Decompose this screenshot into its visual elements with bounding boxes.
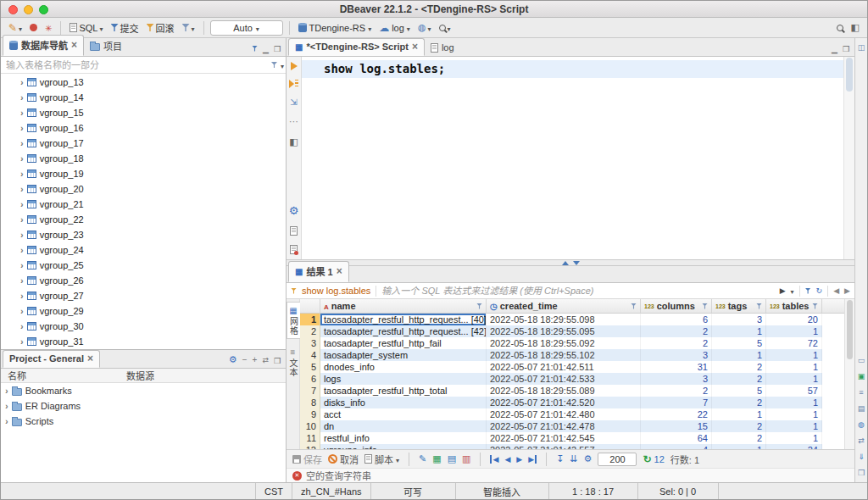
grid-row[interactable]: 8 disks_info 2022-05-07 21:01:42.520 7 2… — [300, 397, 844, 408]
filter-icon[interactable] — [756, 303, 762, 309]
tables-cell[interactable]: 57 — [766, 385, 822, 397]
column-header-tables[interactable]: 123tables — [766, 299, 822, 313]
tree-item-vgroup[interactable]: vgroup_19 — [1, 166, 286, 181]
expand-up-icon[interactable] — [562, 261, 569, 265]
created-time-cell[interactable]: 2022-05-18 18:29:55.089 — [487, 385, 641, 397]
column-header-datasource[interactable]: 数据源 — [126, 369, 286, 382]
tables-cell[interactable]: 1 — [766, 420, 822, 432]
search-button[interactable] — [834, 23, 846, 33]
tree-item-vgroup[interactable]: vgroup_17 — [1, 136, 286, 151]
minimize-window-button[interactable] — [24, 5, 33, 14]
tab-log[interactable]: log — [425, 40, 460, 56]
tags-cell[interactable]: 1 — [712, 349, 766, 361]
tree-item-vgroup[interactable]: vgroup_21 — [1, 197, 286, 212]
editor-settings-button[interactable] — [289, 204, 299, 217]
column-header-name[interactable]: name — [320, 299, 487, 313]
grid-row[interactable]: 11 restful_info 2022-05-07 21:01:42.545 … — [300, 432, 844, 444]
row-number-cell[interactable]: 6 — [300, 373, 320, 385]
tables-cell[interactable]: 1 — [766, 408, 822, 420]
created-time-cell[interactable]: 2022-05-07 21:01:42.520 — [487, 397, 641, 408]
expand-chevron-icon[interactable] — [20, 199, 24, 209]
tags-cell[interactable]: 2 — [712, 397, 766, 408]
name-cell[interactable]: dn — [320, 420, 487, 432]
row-number-cell[interactable]: 11 — [300, 432, 320, 444]
sql-editor-button[interactable]: SQL — [67, 21, 105, 35]
expand-icon[interactable]: + — [253, 355, 258, 364]
toggle-panel-button[interactable] — [289, 136, 298, 147]
execute-statement-button[interactable] — [291, 62, 298, 70]
project-item[interactable]: Scripts — [1, 414, 286, 429]
refresh-button[interactable]: 12 — [643, 453, 664, 465]
created-time-cell[interactable]: 2022-05-18 18:29:55.098 — [487, 314, 641, 325]
zoom-window-button[interactable] — [39, 5, 48, 14]
refresh-filter-icon[interactable]: ↻ — [816, 286, 823, 295]
columns-cell[interactable]: 2 — [641, 385, 712, 397]
panel-icon[interactable]: ▭ — [858, 356, 865, 364]
tags-cell[interactable]: 5 — [712, 385, 766, 397]
expand-chevron-icon[interactable] — [20, 336, 24, 347]
expand-chevron-icon[interactable] — [20, 77, 24, 87]
created-time-cell[interactable]: 2022-05-18 18:29:55.095 — [487, 325, 641, 337]
close-icon[interactable] — [87, 353, 93, 364]
scrollbar-thumb[interactable] — [846, 58, 853, 92]
filter-icon[interactable] — [271, 62, 277, 68]
columns-cell[interactable]: 3 — [641, 373, 712, 385]
scrollbar-thumb[interactable] — [847, 300, 853, 359]
tab-results-1[interactable]: 结果 1 — [288, 261, 349, 282]
new-object-button[interactable] — [6, 20, 25, 36]
tree-item-vgroup[interactable]: vgroup_23 — [1, 227, 286, 242]
row-number-cell[interactable]: 3 — [300, 337, 320, 349]
save-filter-icon[interactable] — [805, 288, 811, 294]
history-back-icon[interactable]: ◀ — [833, 286, 839, 295]
script-button[interactable]: 脚本 — [364, 453, 399, 466]
expand-chevron-icon[interactable] — [5, 401, 8, 411]
filter-icon[interactable] — [252, 46, 258, 52]
minimize-panel-icon[interactable] — [832, 43, 837, 53]
row-number-cell[interactable]: 8 — [300, 397, 320, 408]
tags-cell[interactable]: 1 — [712, 408, 766, 420]
tree-item-vgroup[interactable]: vgroup_27 — [1, 288, 286, 303]
first-row-button[interactable]: ◀ — [490, 455, 498, 464]
grid-row[interactable]: 3 taosadapter_restful_http_fail 2022-05-… — [300, 337, 844, 349]
fetch-all-rows-button[interactable] — [570, 453, 577, 464]
created-time-cell[interactable]: 2022-05-07 21:01:42.480 — [487, 408, 641, 420]
tables-cell[interactable]: 20 — [766, 314, 822, 325]
tab-sql-script[interactable]: *<TDengine-RS> Script — [288, 38, 425, 56]
quick-search-button[interactable] — [437, 21, 453, 35]
tables-cell[interactable]: 1 — [766, 349, 822, 361]
open-connection-button[interactable] — [27, 22, 40, 33]
apply-filter-button[interactable]: ▶ — [780, 286, 786, 295]
row-number-cell[interactable]: 2 — [300, 325, 320, 337]
created-time-cell[interactable]: 2022-05-07 21:01:42.478 — [487, 420, 641, 432]
export-icon[interactable]: ⇓ — [858, 453, 865, 461]
expand-chevron-icon[interactable] — [5, 416, 8, 426]
tables-cell[interactable]: 72 — [766, 337, 822, 349]
row-number-cell[interactable]: 4 — [300, 349, 320, 361]
grid-row[interactable]: 10 dn 2022-05-07 21:01:42.478 15 2 1 — [300, 420, 844, 432]
project-item[interactable]: Bookmarks — [1, 383, 286, 398]
tables-cell[interactable]: 1 — [766, 373, 822, 385]
schema-combo[interactable]: log — [376, 20, 413, 36]
tree-item-vgroup[interactable]: vgroup_15 — [1, 105, 286, 120]
tables-cell[interactable]: 1 — [766, 397, 822, 408]
columns-cell[interactable]: 3 — [641, 349, 712, 361]
add-row-button[interactable]: ▦ — [432, 453, 441, 464]
maximize-icon[interactable]: ❒ — [858, 469, 865, 477]
calc-panel-icon[interactable]: ≡ — [859, 388, 863, 397]
name-cell[interactable]: dnodes_info — [320, 361, 487, 373]
source-query-text[interactable]: show log.stables — [302, 286, 370, 296]
metadata-icon[interactable]: ◍ — [858, 420, 865, 429]
project-item[interactable]: ER Diagrams — [1, 398, 286, 414]
column-header-name[interactable]: 名称 — [1, 369, 126, 382]
previous-row-button[interactable]: ◀ — [504, 455, 510, 464]
perspective-button[interactable] — [849, 20, 862, 35]
maximize-panel-icon[interactable] — [274, 355, 281, 365]
expand-chevron-icon[interactable] — [20, 169, 24, 179]
filter-icon[interactable] — [476, 303, 482, 309]
tables-cell[interactable]: 1 — [766, 361, 822, 373]
sql-code-line[interactable]: show log.stables; — [302, 60, 843, 78]
close-window-button[interactable] — [8, 5, 18, 14]
tables-cell[interactable]: 1 — [766, 432, 822, 444]
tree-item-vgroup[interactable]: vgroup_24 — [1, 242, 286, 258]
edit-cell-button[interactable]: ✎ — [419, 453, 426, 464]
